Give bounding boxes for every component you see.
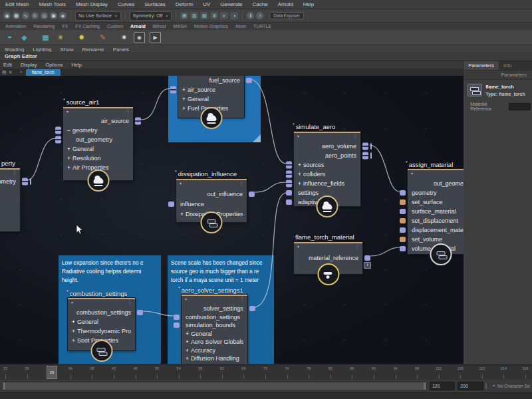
expand-toggle-icon[interactable]: − — [67, 127, 70, 134]
command-line[interactable] — [0, 392, 532, 399]
port-influence-fields[interactable] — [286, 180, 292, 188]
node-menu-icon[interactable]: ⋮ — [128, 299, 133, 305]
material-reference-field[interactable] — [509, 103, 531, 110]
node-source-air1[interactable]: ▾⋮air_source−geometryout_geometry+Genera… — [63, 107, 133, 180]
expand-toggle-icon[interactable]: + — [182, 86, 186, 93]
port-solver-settings[interactable] — [249, 306, 255, 311]
star-icon[interactable]: ✳ — [55, 33, 65, 43]
make-live-icon[interactable]: ◈ — [59, 12, 66, 19]
node-row-geometry[interactable]: −geometry — [63, 126, 133, 135]
collapse-caret-icon[interactable]: ▾ — [297, 244, 299, 249]
node-menu-icon[interactable]: ⋮ — [353, 133, 358, 139]
time-slider[interactable]: 2226303438424650545862667074788286909498… — [0, 364, 532, 380]
node-fuel-source[interactable]: fuel_source+air_source+General+Fuel Prop… — [178, 76, 244, 118]
snap-projected-icon[interactable]: ◎ — [41, 12, 48, 19]
wire-dissipation-influence-out-influence-to-simulate-aero-influence-fields[interactable] — [255, 182, 286, 192]
menu-curves[interactable]: Curves — [118, 1, 134, 7]
node-menu-icon[interactable]: ⋮ — [126, 108, 131, 114]
collapse-caret-icon[interactable]: ▾ — [66, 109, 68, 114]
expand-toggle-icon[interactable]: + — [67, 155, 70, 162]
expand-toggle-icon[interactable]: + — [67, 146, 70, 152]
burst-icon[interactable]: ✸ — [76, 33, 86, 43]
node-row-air-source[interactable]: +air_source — [178, 85, 244, 94]
node-menu-icon[interactable]: ⋮ — [355, 243, 360, 249]
port-simulation-bounds[interactable] — [174, 323, 180, 328]
collapse-caret-icon[interactable]: ▾ — [411, 171, 413, 176]
node-row-fuel-source[interactable]: fuel_source — [178, 76, 244, 85]
symmetry-dropdown[interactable]: Symmetry: Off ▼ — [130, 11, 172, 21]
panel-tab-info[interactable]: Info — [499, 61, 517, 70]
playback-end-field[interactable]: 120 — [430, 382, 455, 390]
node-row-displacement-material[interactable]: displacement_material — [408, 225, 464, 235]
node-row-out-geometry[interactable]: out_geometry — [63, 135, 133, 144]
render-sequence-icon[interactable]: ▧ — [200, 12, 208, 19]
port-material-reference[interactable] — [364, 255, 370, 261]
expand-toggle-icon[interactable]: + — [186, 331, 189, 337]
animation-end-field[interactable]: 200 — [458, 382, 483, 390]
node-row-surface-material[interactable]: surface_material — [408, 207, 464, 216]
graph-menu-edit[interactable]: Edit — [3, 62, 12, 68]
snap-grid-icon[interactable]: ▦ — [13, 12, 20, 19]
parameters-section-header[interactable]: Parameters — [464, 70, 532, 80]
snap-point-icon[interactable]: ⊙ — [31, 12, 39, 19]
node-row-ometry[interactable]: ometry — [0, 177, 20, 186]
menu-mesh-tools[interactable]: Mesh Tools — [39, 1, 66, 7]
shelf-tab-fx-caching[interactable]: FX Caching — [75, 24, 100, 29]
collapse-caret-icon[interactable]: ▾ — [71, 300, 73, 305]
play-icon[interactable]: ▶ — [150, 32, 161, 43]
port-sources[interactable] — [286, 162, 292, 169]
node-menu-icon[interactable]: ⋮ — [239, 180, 245, 186]
node-row-air-source[interactable]: air_source — [63, 116, 133, 126]
port-settings[interactable] — [286, 190, 292, 196]
shelf-tab-custom[interactable]: Custom — [107, 24, 123, 29]
expand-toggle-icon[interactable]: + — [298, 171, 301, 178]
current-frame-indicator[interactable]: 29 — [47, 366, 57, 379]
port-colliders[interactable] — [286, 171, 292, 178]
node-row-geometry[interactable]: geometry — [408, 188, 464, 198]
port-air-source[interactable] — [135, 118, 141, 125]
node-dissipation-influence[interactable]: ▾⋮out_influenceinfluence+Dissipation Pro… — [176, 179, 247, 222]
node-menu-icon[interactable]: ⋮ — [13, 170, 18, 176]
collapse-caret-icon[interactable]: ▾ — [185, 297, 187, 301]
node-row-influence-fields[interactable]: +influence_fields — [294, 179, 360, 188]
node-row-simulation-bounds[interactable]: simulation_bounds — [182, 321, 247, 330]
node-row-out-influence[interactable]: out_influence — [176, 189, 247, 199]
snowflake-icon[interactable]: ✷ — [119, 33, 129, 43]
paint-icon[interactable]: ✎ — [98, 33, 108, 43]
port-air-source[interactable] — [170, 86, 176, 94]
new-tab-icon[interactable]: + — [20, 70, 23, 74]
shelf-tab-motion-graphics[interactable]: Motion Graphics — [194, 24, 228, 29]
node-row-influence[interactable]: influence — [176, 199, 247, 209]
close-icon[interactable]: ✕ — [9, 70, 13, 74]
eye-icon[interactable]: ◉ — [134, 32, 145, 43]
graph-menu-options[interactable]: Options — [46, 62, 63, 68]
wire-property-out-geometry-to-source-air1-geometry[interactable] — [27, 138, 55, 180]
port-geometry[interactable] — [400, 190, 406, 196]
node-row-aero-points[interactable]: aero_points — [294, 151, 360, 160]
port-volume-material[interactable] — [400, 246, 406, 251]
display-rgb-icon[interactable]: ◐ — [220, 12, 228, 19]
expand-toggle-icon[interactable]: + — [180, 211, 184, 217]
node-row-solver-settings[interactable]: solver_settings — [182, 305, 247, 313]
node-flame-torch-material[interactable]: ▾⋮material_reference+ — [294, 242, 362, 274]
menu-arnold[interactable]: Arnold — [278, 1, 293, 7]
node-simulate-aero[interactable]: ▾⋮aero_volumeaero_points+sources+collide… — [294, 132, 360, 206]
ipr-render-icon[interactable]: ▥ — [190, 12, 198, 19]
port-aero-points[interactable] — [362, 152, 368, 160]
port-set-surface[interactable] — [400, 200, 406, 205]
menu-deform[interactable]: Deform — [176, 1, 193, 7]
node-graph-canvas[interactable]: Low expansion since there's no eRadiativ… — [0, 76, 464, 364]
node-row-combustion-settings[interactable]: combustion_settings — [182, 313, 247, 322]
bookmark-icon[interactable]: ▤ — [2, 70, 7, 74]
expand-toggle-icon[interactable]: + — [182, 105, 186, 112]
port-adaptivity[interactable] — [286, 200, 292, 205]
checker-icon[interactable]: ▦ — [41, 33, 51, 43]
port-out-influence[interactable] — [249, 192, 255, 197]
node-row-accuracy[interactable]: +Accuracy — [182, 346, 247, 355]
expand-toggle-icon[interactable]: + — [72, 328, 75, 334]
auto-key-icon[interactable]: ▏ — [486, 384, 489, 388]
node-row-diffusion-handling[interactable]: +Diffusion Handling — [182, 354, 247, 363]
expand-toggle-icon[interactable]: + — [298, 180, 301, 187]
node-row-colliders[interactable]: +colliders — [294, 170, 360, 179]
port-combustion-settings[interactable] — [137, 310, 143, 315]
